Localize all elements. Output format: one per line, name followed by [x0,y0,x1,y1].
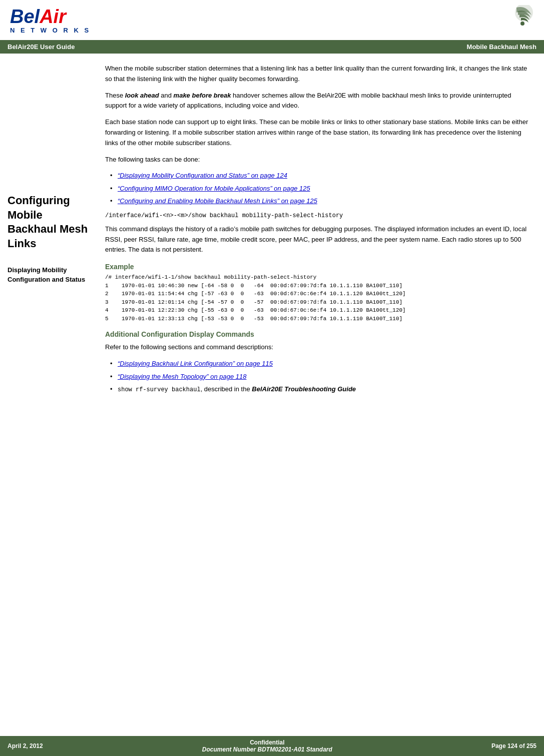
para2-prefix: These [105,92,125,99]
paragraph-3: Each base station node can support up to… [105,117,534,148]
svg-point-1 [520,22,524,26]
footer: April 2, 2012 Confidential Document Numb… [0,736,544,756]
tasks-intro: The following tasks can be done: [105,155,534,165]
tasks-list: “Displaying Mobility Configuration and S… [110,171,534,206]
add-link-2[interactable]: “Displaying the Mesh Topology” on page 1… [118,373,247,380]
add-list-item-3: show rf-survey backhaul, described in th… [110,384,534,394]
footer-left: April 2, 2012 [8,742,43,749]
top-bar-left: BelAir20E User Guide [8,43,75,51]
paragraph-1: When the mobile subscriber station deter… [105,64,534,85]
list-item-1[interactable]: “Displaying Mobility Configuration and S… [110,171,534,181]
description-para: This command displays the history of a r… [105,224,534,255]
belair-logo: BelAir N E T W O R K S [10,6,91,34]
code-block: /# interface/wifi-1-1/show backhaul mobi… [105,273,534,323]
footer-doc-number: Document Number BDTM02201-A01 Standard [202,746,332,753]
bullet3-suffix: , described in the [201,385,252,393]
left-sidebar: Configuring Mobile Backhaul Mesh Links D… [0,64,100,400]
footer-center: Confidential Document Number BDTM02201-A… [202,739,332,753]
para2-italic2: make before break [174,92,231,99]
bullet3-bold: BelAir20E Troubleshooting Guide [252,385,356,393]
add-list-item-2[interactable]: “Displaying the Mesh Topology” on page 1… [110,372,534,382]
network-logo-icon [494,5,534,35]
main-content: When the mobile subscriber station deter… [100,64,544,400]
add-config-intro: Refer to the following sections and comm… [105,342,534,353]
bullet3-code: show rf-survey backhaul [118,386,201,393]
para2-italic1: look ahead [125,92,159,99]
paragraph-2: These look ahead and make before break h… [105,91,534,112]
link-2[interactable]: “Configuring MIMO Operation for Mobile A… [118,185,310,192]
list-item-2[interactable]: “Configuring MIMO Operation for Mobile A… [110,184,534,194]
list-item-3[interactable]: “Configuring and Enabling Mobile Backhau… [110,196,534,206]
add-list-item-1[interactable]: “Displaying Backhaul Link Configuration”… [110,359,534,369]
add-config-heading: Additional Configuration Display Command… [105,330,534,338]
logo-networks: N E T W O R K S [10,27,91,34]
para2-middle: and [159,92,174,99]
configuring-heading: Configuring Mobile Backhaul Mesh Links [8,194,93,251]
logo-air: Air [40,6,66,28]
right-logo-container [494,5,534,35]
top-bar: BelAir20E User Guide Mobile Backhaul Mes… [0,40,544,54]
main-command: /interface/wifi-<n>-<m>/show backhaul mo… [105,212,534,219]
link-1[interactable]: “Displaying Mobility Configuration and S… [118,172,287,179]
top-bar-right: Mobile Backhaul Mesh [467,43,536,51]
header-logos: BelAir N E T W O R K S [0,0,544,40]
footer-confidential: Confidential [202,739,332,746]
content-area: Configuring Mobile Backhaul Mesh Links D… [0,54,544,410]
displaying-sub-heading: Displaying Mobility Configuration and St… [8,266,93,284]
link-3[interactable]: “Configuring and Enabling Mobile Backhau… [118,197,317,205]
logo-bel: Bel [10,6,40,28]
add-link-1[interactable]: “Displaying Backhaul Link Configuration”… [118,360,273,367]
footer-right: Page 124 of 255 [491,742,536,749]
add-links-list: “Displaying Backhaul Link Configuration”… [110,359,534,394]
example-heading: Example [105,263,534,271]
